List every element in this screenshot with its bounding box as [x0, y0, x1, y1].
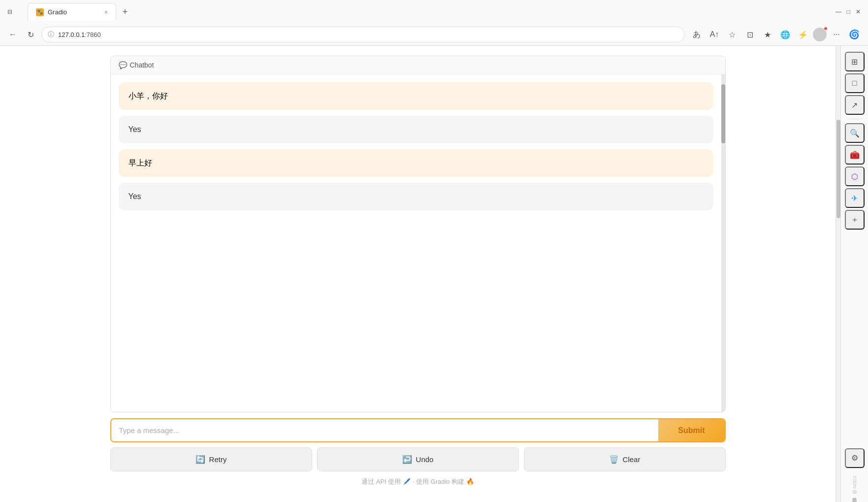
chatbot-container: 💬 Chatbot 小羊，你好Yes早上好Yes — [110, 56, 726, 412]
title-bar: ⊟ 🐾 Gradio × + — □ ✕ — [0, 0, 868, 24]
more-btn[interactable]: ··· — [829, 27, 844, 42]
undo-label: Undo — [416, 455, 434, 464]
maximize-button[interactable]: □ — [844, 8, 852, 16]
sidebar-copy-btn[interactable]: □ — [845, 73, 865, 93]
sidebar-add-btn[interactable]: ＋ — [845, 210, 865, 230]
refresh-button[interactable]: ↻ — [24, 28, 37, 41]
footer-built-icon: 🔥 — [466, 478, 474, 485]
footer-api-text: 通过 API 使用 — [361, 478, 401, 485]
clear-button[interactable]: 🗑️ Clear — [524, 447, 726, 471]
clear-icon: 🗑️ — [609, 455, 619, 464]
new-tab-button[interactable]: + — [118, 5, 132, 19]
tab-bar: 🐾 Gradio × + — [22, 3, 138, 21]
chatbot-title: Chatbot — [130, 61, 154, 69]
input-area: Submit 🔄 Retry ↩️ Undo 🗑️ Clear — [110, 412, 726, 471]
retry-button[interactable]: 🔄 Retry — [110, 447, 312, 471]
account-btn[interactable]: 🌐 — [777, 27, 793, 42]
profile-avatar[interactable] — [813, 28, 827, 41]
tab-favicon: 🐾 — [36, 8, 44, 16]
sidebar-bottom: ⚙ — [845, 448, 865, 468]
sidebar-search-btn[interactable]: 🔍 — [845, 123, 865, 143]
chatbot-header-icon: 💬 — [119, 61, 127, 69]
action-buttons: 🔄 Retry ↩️ Undo 🗑️ Clear — [110, 447, 726, 471]
main-area: 💬 Chatbot 小羊，你好Yes早上好Yes Submit 🔄 — [0, 46, 868, 502]
undo-icon: ↩️ — [402, 455, 412, 464]
user-message: 早上好 — [119, 149, 713, 177]
close-tab-button[interactable]: × — [104, 9, 108, 16]
clear-label: Clear — [623, 455, 641, 464]
tab-title: Gradio — [48, 8, 67, 16]
page-scrollbar-thumb — [836, 120, 840, 218]
sidebar-toggle-btn[interactable]: ⊟ — [6, 8, 14, 16]
retry-icon: 🔄 — [195, 455, 205, 464]
address-bar: ← ↻ ⓘ 127.0.0.1:7860 あ A↑ ☆ ⊡ ★ 🌐 ⚡ ··· … — [0, 24, 868, 45]
undo-button[interactable]: ↩️ Undo — [317, 447, 519, 471]
copilot-btn[interactable]: ⚡ — [795, 27, 811, 42]
footer-api-icon: 🖊️ — [403, 478, 413, 485]
message-input[interactable] — [111, 419, 659, 441]
right-sidebar: ⊞ □ ↗ 🔍 🧰 ⬡ ✈ ＋ ⚙ CSDN @爱看书的小鸡 — [840, 46, 868, 502]
browser-chrome: ⊟ 🐾 Gradio × + — □ ✕ ← ↻ ⓘ 127.0.0.1:786… — [0, 0, 868, 46]
chat-messages: 小羊，你好Yes早上好Yes — [111, 74, 721, 412]
sidebar-tools-btn[interactable]: 🧰 — [845, 145, 865, 165]
back-button[interactable]: ← — [6, 28, 20, 41]
avatar-notification-dot — [824, 27, 828, 31]
bot-message: Yes — [119, 183, 713, 210]
user-message: 小羊，你好 — [119, 82, 713, 110]
edge-icon[interactable]: 🌀 — [846, 27, 862, 42]
chatbot-header: 💬 Chatbot — [111, 56, 725, 74]
active-tab[interactable]: 🐾 Gradio × — [28, 3, 116, 21]
url-text: 127.0.0.1:7860 — [58, 31, 101, 38]
sidebar-watermark: CSDN @爱看书的小鸡 — [849, 474, 860, 496]
chat-scrollbar[interactable] — [721, 74, 725, 412]
sidebar-settings-btn[interactable]: ⚙ — [845, 448, 865, 468]
message-input-row: Submit — [110, 418, 726, 442]
footer-separator: · — [413, 478, 415, 485]
close-button[interactable]: ✕ — [854, 8, 862, 16]
info-icon: ⓘ — [48, 30, 54, 39]
page-content: 💬 Chatbot 小羊，你好Yes早上好Yes Submit 🔄 — [0, 46, 836, 502]
submit-button[interactable]: Submit — [658, 419, 724, 441]
url-bar[interactable]: ⓘ 127.0.0.1:7860 — [41, 27, 685, 42]
browser-actions: あ A↑ ☆ ⊡ ★ 🌐 ⚡ ··· 🌀 — [689, 27, 862, 42]
sidebar-share-btn[interactable]: ↗ — [845, 95, 865, 115]
favorites-btn[interactable]: ☆ — [724, 27, 740, 42]
chat-scrollbar-thumb — [721, 84, 725, 143]
sidebar-scan-btn[interactable]: ⊞ — [845, 52, 865, 71]
translate-btn[interactable]: あ — [689, 27, 705, 42]
minimize-button[interactable]: — — [835, 8, 842, 16]
split-btn[interactable]: ⊡ — [742, 27, 758, 42]
footer-built-text: 使用 Gradio 构建 — [416, 478, 464, 485]
footer: 通过 API 使用 🖊️ · 使用 Gradio 构建 🔥 — [10, 471, 826, 492]
window-controls: ⊟ — [6, 8, 14, 16]
sidebar-send-btn[interactable]: ✈ — [845, 188, 865, 208]
sidebar-purple-btn[interactable]: ⬡ — [845, 167, 865, 186]
collections-btn[interactable]: ★ — [760, 27, 775, 42]
retry-label: Retry — [209, 455, 227, 464]
read-btn[interactable]: A↑ — [707, 27, 722, 42]
page-scrollbar[interactable] — [836, 46, 840, 502]
sidebar-divider — [847, 119, 862, 119]
bot-message: Yes — [119, 116, 713, 143]
